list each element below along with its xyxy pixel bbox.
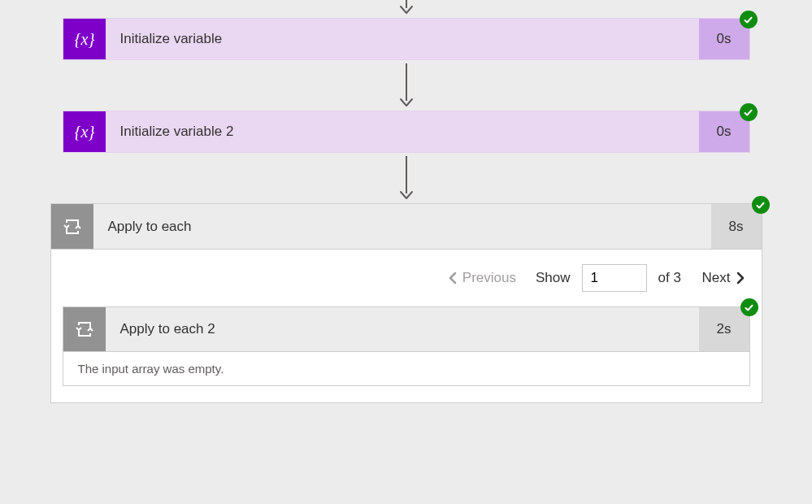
- previous-label: Previous: [462, 270, 516, 286]
- connector-arrow-icon: [0, 153, 812, 203]
- empty-input-message: The input array was empty.: [63, 352, 750, 386]
- action-title: Apply to each 2: [106, 307, 699, 351]
- chevron-left-icon: [448, 272, 458, 285]
- connector-arrow-icon: [0, 60, 812, 111]
- variable-icon: {x}: [63, 111, 106, 152]
- show-label: Show: [536, 270, 571, 286]
- action-duration: 2s: [699, 307, 749, 351]
- page-input[interactable]: [582, 264, 647, 292]
- success-badge-icon: [740, 103, 758, 121]
- action-title: Initialize variable: [106, 19, 699, 59]
- variable-icon: {x}: [63, 19, 106, 59]
- loop-header[interactable]: Apply to each 8s: [51, 204, 762, 250]
- of-label: of 3: [658, 270, 691, 286]
- loop-icon: [51, 204, 93, 249]
- flow-run-canvas: {x} Initialize variable 0s {x} Initializ…: [0, 0, 812, 504]
- connector-arrow-icon: [0, 0, 812, 18]
- next-label: Next: [702, 270, 731, 286]
- loop-icon: [63, 307, 106, 351]
- action-initialize-variable-2[interactable]: {x} Initialize variable 2 0s: [63, 111, 750, 153]
- action-apply-to-each-2[interactable]: Apply to each 2 2s The input array was e…: [63, 306, 750, 386]
- loop-header[interactable]: Apply to each 2 2s: [63, 306, 750, 352]
- svg-text:{x}: {x}: [74, 30, 94, 48]
- previous-button: Previous: [448, 270, 516, 286]
- chevron-right-icon: [736, 272, 745, 285]
- action-title: Initialize variable 2: [106, 111, 699, 152]
- success-badge-icon: [752, 196, 770, 214]
- action-initialize-variable[interactable]: {x} Initialize variable 0s: [63, 18, 750, 60]
- iteration-pager: Previous Show of 3 Next: [51, 250, 762, 306]
- success-badge-icon: [740, 298, 758, 316]
- svg-text:{x}: {x}: [74, 123, 94, 141]
- action-apply-to-each[interactable]: Apply to each 8s Previous Show of 3 Next: [50, 203, 762, 403]
- next-button[interactable]: Next: [702, 270, 745, 286]
- action-title: Apply to each: [93, 204, 711, 249]
- success-badge-icon: [740, 11, 758, 28]
